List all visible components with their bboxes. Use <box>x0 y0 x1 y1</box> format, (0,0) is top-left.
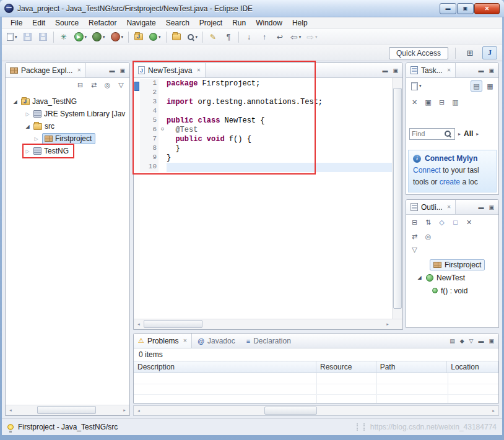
new-testng-class-button[interactable]: ▾ <box>147 30 163 44</box>
package-explorer-hscrollbar[interactable]: ◂ ▸ <box>6 405 129 415</box>
menu-help[interactable]: Help <box>287 18 313 28</box>
tab-declaration[interactable]: ≡ Declaration <box>241 334 297 348</box>
maximize-view-button[interactable]: ▣ <box>489 67 494 74</box>
scrollbar-thumb[interactable] <box>264 407 317 415</box>
scrollbar-thumb[interactable] <box>144 320 202 328</box>
tree-item-jre-library[interactable]: ▷ JRE System Library [Jav <box>6 108 129 120</box>
view-menu-button[interactable]: ▽ <box>469 338 474 344</box>
quick-access-input[interactable]: Quick Access <box>389 47 448 59</box>
tree-item-firstproject[interactable]: ▷ Firstproject <box>6 132 129 145</box>
scrollbar-thumb[interactable] <box>393 88 402 309</box>
working-set-arrow-icon[interactable]: ▸ <box>458 131 461 137</box>
outline-item-package[interactable]: Firstproject <box>406 258 498 271</box>
close-icon[interactable]: ✕ <box>183 338 188 343</box>
menu-edit[interactable]: Edit <box>27 18 50 28</box>
hide-static-members-button[interactable]: □ <box>450 217 461 228</box>
sort-button[interactable]: ⇅ <box>422 217 434 228</box>
link-with-editor-button[interactable]: ⇄ <box>409 231 420 242</box>
collapse-all-button[interactable]: ⊟ <box>436 97 448 108</box>
maximize-view-button[interactable]: ▣ <box>119 67 125 74</box>
run-button[interactable]: ▶ ▾ <box>72 30 90 44</box>
menu-refactor[interactable]: Refactor <box>84 18 121 28</box>
java-perspective-button[interactable]: J <box>482 46 497 59</box>
find-box[interactable] <box>409 128 455 140</box>
profile-button[interactable]: ▾ <box>108 30 126 44</box>
close-icon[interactable]: ✕ <box>447 67 451 73</box>
categorized-view-button[interactable]: ▤ <box>471 80 482 92</box>
focus-on-active-task-button[interactable]: ◎ <box>102 79 113 90</box>
last-edit-location-button[interactable]: ↩ <box>272 30 287 44</box>
close-window-button[interactable]: ✕ <box>474 3 500 14</box>
column-resource[interactable]: Resource <box>316 361 376 373</box>
fold-marker[interactable]: ⊖ <box>159 126 167 135</box>
editor-hscrollbar[interactable]: ◂ ▸ <box>134 319 402 329</box>
collapse-all-button[interactable]: ⊟ <box>409 217 420 228</box>
menu-search[interactable]: Search <box>161 18 194 28</box>
minimize-view-button[interactable]: ▬ <box>478 67 484 74</box>
scrollbar-thumb[interactable] <box>37 406 96 414</box>
create-link[interactable]: create <box>440 178 460 186</box>
connect-link[interactable]: Connect <box>413 166 441 175</box>
minimize-view-button[interactable]: ▬ <box>109 67 115 74</box>
tree-item-java-testng[interactable]: ◢ J Java_TestNG <box>6 95 129 108</box>
task-repositories-button[interactable]: ▥ <box>450 97 461 108</box>
close-icon[interactable]: ✕ <box>196 67 201 73</box>
selected-tree-item[interactable]: Firstproject <box>42 133 95 144</box>
minimize-view-button[interactable]: ▬ <box>382 67 388 74</box>
close-icon[interactable]: ✕ <box>447 204 451 210</box>
collapsed-arrow-icon[interactable]: ▷ <box>24 111 31 117</box>
problems-table-body[interactable] <box>134 373 498 403</box>
menu-source[interactable]: Source <box>50 18 84 28</box>
expanded-arrow-icon[interactable]: ◢ <box>416 275 423 280</box>
minimize-view-button[interactable]: ▬ <box>478 338 484 344</box>
menu-navigate[interactable]: Navigate <box>121 18 160 28</box>
maximize-view-button[interactable]: ▣ <box>393 67 398 74</box>
scroll-left-button[interactable]: ◂ <box>134 319 144 329</box>
menu-run[interactable]: Run <box>227 18 251 28</box>
minimize-view-button[interactable]: ▬ <box>478 204 484 210</box>
hide-fields-button[interactable]: ◇ <box>436 217 448 228</box>
new-task-button[interactable]: ▾ <box>409 79 424 93</box>
scroll-right-button[interactable]: ▸ <box>383 319 393 329</box>
editor-vscrollbar[interactable]: ▴ ▾ <box>392 78 402 319</box>
mark-complete-button[interactable]: ▣ <box>422 97 434 108</box>
debug-button[interactable]: ✳ <box>56 30 71 44</box>
working-set-all-link[interactable]: All <box>464 129 473 138</box>
bottom-hscrollbar[interactable]: ◂ ▸ <box>133 405 499 416</box>
collapsed-arrow-icon[interactable]: ▷ <box>24 149 31 154</box>
save-button[interactable] <box>20 30 35 44</box>
selected-outline-item[interactable]: Firstproject <box>430 259 485 270</box>
scheduled-view-button[interactable]: ▦ <box>484 80 496 92</box>
column-description[interactable]: Description <box>134 361 316 373</box>
column-path[interactable]: Path <box>376 361 448 373</box>
annotation-ruler[interactable] <box>134 78 140 319</box>
scrollbar-track[interactable] <box>144 319 383 329</box>
previous-annotation-button[interactable]: ↑ <box>257 30 272 44</box>
open-perspective-button[interactable]: ⊞ <box>463 46 477 59</box>
collapse-all-button[interactable]: ⊟ <box>74 79 86 90</box>
show-whitespace-button[interactable]: ¶ <box>221 30 236 44</box>
focus-button[interactable]: ◎ <box>422 231 434 242</box>
hide-non-public-button[interactable]: ✕ <box>463 217 475 228</box>
collapsed-arrow-icon[interactable]: ▷ <box>33 136 40 142</box>
view-menu-button[interactable]: ▽ <box>115 79 127 90</box>
coverage-button[interactable]: ▾ <box>90 30 108 44</box>
scrollbar-track[interactable] <box>144 406 489 415</box>
tab-outline[interactable]: Outli... ✕ <box>406 200 456 214</box>
scroll-right-button[interactable]: ▸ <box>119 405 129 415</box>
maximize-view-button[interactable]: ▣ <box>489 338 494 344</box>
scroll-left-button[interactable]: ◂ <box>6 405 15 415</box>
expanded-arrow-icon[interactable]: ◢ <box>24 124 31 129</box>
menu-file[interactable]: File <box>6 18 27 28</box>
tab-problems[interactable]: ⚠ Problems ✕ <box>134 334 192 348</box>
view-menu-button[interactable]: ▽ <box>409 244 420 255</box>
save-all-button[interactable] <box>36 30 51 44</box>
tree-item-src[interactable]: ◢ src <box>6 120 129 132</box>
expanded-arrow-icon[interactable]: ◢ <box>12 99 19 105</box>
menu-project[interactable]: Project <box>194 18 227 28</box>
scrollbar-track[interactable] <box>15 405 119 415</box>
tab-javadoc[interactable]: @ Javadoc <box>192 334 240 348</box>
new-wizard-button[interactable]: ▾ <box>4 30 20 44</box>
new-java-project-button[interactable]: J <box>131 30 146 44</box>
maximize-view-button[interactable]: ▣ <box>489 204 494 210</box>
